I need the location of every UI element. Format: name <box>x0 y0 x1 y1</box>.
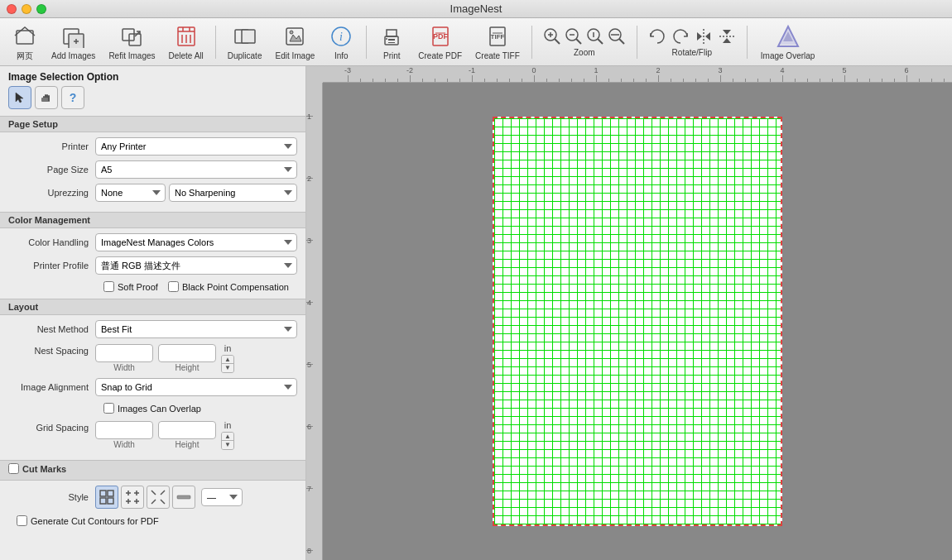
nest-spacing-stepper[interactable]: ▲ ▼ <box>221 355 234 373</box>
rotate-cw-button[interactable] <box>671 26 690 46</box>
edit-image-icon <box>281 23 308 50</box>
image-alignment-row: Image Alignment Snap to Grid <box>8 378 297 396</box>
add-images-icon <box>60 23 87 50</box>
toolbar-refit-images-label: Refit Images <box>108 51 155 60</box>
close-button[interactable] <box>7 4 17 14</box>
printer-profile-select[interactable]: 普通 RGB 描述文件 <box>95 256 297 275</box>
nest-spacing-inputs: 0.1181 Width 0.1181 Height in ▲ ▼ <box>95 343 234 373</box>
grid-spacing-stepper[interactable]: ▲ ▼ <box>221 432 234 450</box>
page-setup-header: Page Setup <box>0 116 305 132</box>
nest-method-control: Best Fit <box>95 320 297 338</box>
svg-line-72 <box>151 500 156 504</box>
svg-marker-46 <box>705 32 710 41</box>
style-thickness-select[interactable]: — – – <box>201 488 243 506</box>
nest-spacing-height-field: 0.1181 Height <box>158 344 216 372</box>
nest-spacing-height-input[interactable]: 0.1181 <box>158 344 216 362</box>
toolbar-edit-image[interactable]: Edit Image <box>270 20 320 64</box>
flip-h-button[interactable] <box>694 26 714 46</box>
toolbar-sep-2 <box>366 26 367 59</box>
soft-proof-label: Soft Proof <box>118 282 158 292</box>
main-layout: Image Selection Option ? Page Setup <box>0 66 952 560</box>
uprezzing-none-select[interactable]: None <box>95 184 166 202</box>
color-management-header: Color Management <box>0 212 305 228</box>
page-size-select[interactable]: A5 <box>95 160 297 179</box>
image-alignment-select[interactable]: Snap to Grid <box>95 378 297 396</box>
svg-rect-74 <box>177 495 190 499</box>
image-selection-tools: ? <box>0 86 305 116</box>
toolbar-print[interactable]: Print <box>373 20 410 64</box>
nest-spacing-step-down[interactable]: ▼ <box>222 364 233 372</box>
help-button[interactable]: ? <box>61 86 84 109</box>
svg-line-40 <box>598 39 603 44</box>
zoom-fit-button[interactable] <box>585 26 605 46</box>
style-btn-3[interactable] <box>147 486 170 509</box>
grid-spacing-step-down[interactable]: ▼ <box>222 441 233 449</box>
black-point-checkbox[interactable] <box>168 281 179 292</box>
svg-rect-56 <box>48 95 50 102</box>
cut-marks-header-row: Cut Marks <box>8 463 297 474</box>
ruler-left: 12345678 <box>306 83 323 560</box>
home-icon <box>12 22 38 49</box>
toolbar-edit-image-label: Edit Image <box>275 51 315 60</box>
cursor-tool-button[interactable] <box>8 86 31 109</box>
nest-method-select[interactable]: Best Fit <box>95 320 297 338</box>
minimize-button[interactable] <box>22 4 31 14</box>
toolbar-delete-all[interactable]: Delete All <box>164 20 209 64</box>
zoom-in-button[interactable] <box>542 26 562 46</box>
cut-marks-header: Cut Marks <box>0 460 305 481</box>
style-btn-1[interactable] <box>95 486 118 509</box>
page-size-label: Page Size <box>8 165 95 175</box>
toolbar-create-pdf-label: Create PDF <box>418 51 462 60</box>
toolbar-refit-images[interactable]: Refit Images <box>103 20 160 64</box>
svg-text:i: i <box>339 31 343 43</box>
style-btn-2[interactable] <box>121 486 144 509</box>
generate-cut-contours-checkbox[interactable] <box>17 515 27 526</box>
toolbar-add-images[interactable]: Add Images <box>46 20 100 64</box>
uprezzing-sharpening-select[interactable]: No Sharpening <box>169 184 297 202</box>
toolbar-duplicate[interactable]: Duplicate <box>223 20 267 64</box>
toolbar-home[interactable]: 网页 <box>7 19 43 65</box>
zoom-out-button[interactable] <box>564 26 584 46</box>
nest-spacing-height-sublabel: Height <box>175 363 200 372</box>
grid-spacing-height-input[interactable]: 0.1181 <box>158 421 216 439</box>
delete-all-icon <box>173 23 200 50</box>
ruler-corner <box>306 66 323 83</box>
flip-v-button[interactable] <box>717 26 737 46</box>
zoom-actual-button[interactable] <box>607 26 627 46</box>
toolbar-info[interactable]: i Info <box>323 20 359 64</box>
grid-spacing-unit-stepper: in ▲ ▼ <box>221 420 234 450</box>
svg-line-73 <box>161 500 165 504</box>
images-can-overlap-checkbox[interactable] <box>103 403 114 414</box>
toolbar-create-pdf[interactable]: PDF Create PDF <box>413 20 467 64</box>
toolbar-create-tiff[interactable]: TIFF Create TIFF <box>470 20 525 64</box>
grid-overlay <box>494 118 781 524</box>
nest-spacing-step-up[interactable]: ▲ <box>222 356 233 364</box>
image-selection-header: Image Selection Option <box>0 66 305 86</box>
grid-spacing-step-up[interactable]: ▲ <box>222 433 233 441</box>
images-can-overlap-row: Images Can Overlap <box>8 401 297 415</box>
nest-spacing-label: Nest Spacing <box>8 346 95 356</box>
image-overlap-icon <box>775 23 801 50</box>
grid-spacing-width-input[interactable]: 0.1181 <box>95 421 153 439</box>
cut-marks-enable-checkbox[interactable] <box>8 463 19 474</box>
page-size-control: A5 <box>95 160 297 179</box>
printer-label: Printer <box>8 141 95 151</box>
soft-proof-checkbox[interactable] <box>103 281 114 292</box>
printer-select[interactable]: Any Printer <box>95 137 297 156</box>
toolbar-print-label: Print <box>383 51 401 60</box>
rotate-ccw-button[interactable] <box>647 26 667 46</box>
left-panel: Image Selection Option ? Page Setup <box>0 66 306 560</box>
color-handling-select[interactable]: ImageNest Manages Colors <box>95 233 297 251</box>
image-alignment-control: Snap to Grid <box>95 378 297 396</box>
maximize-button[interactable] <box>36 4 46 14</box>
page-setup-section: Printer Any Printer Page Size A5 Uprezzi… <box>0 132 305 212</box>
grid-spacing-height-sublabel: Height <box>175 440 200 449</box>
style-btn-4[interactable] <box>172 486 195 509</box>
toolbar-sep-1 <box>215 26 216 59</box>
hand-tool-button[interactable] <box>35 86 58 109</box>
black-point-label: Black Point Compensation <box>182 282 289 292</box>
nest-spacing-width-input[interactable]: 0.1181 <box>95 344 153 362</box>
svg-rect-5 <box>123 29 134 41</box>
generate-cut-contours-row: Generate Cut Contours for PDF <box>8 514 297 528</box>
create-pdf-icon: PDF <box>427 23 454 50</box>
